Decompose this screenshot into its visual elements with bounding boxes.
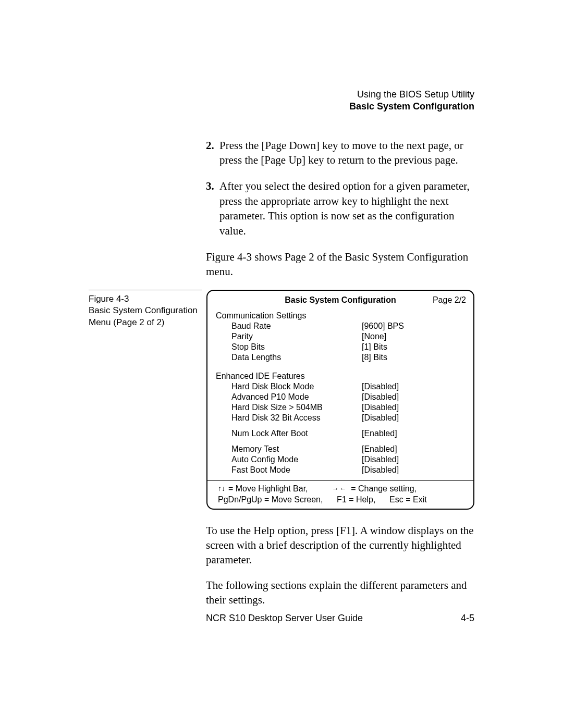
param-label: Auto Config Mode xyxy=(216,454,362,465)
bios-title: Basic System Configuration xyxy=(285,295,396,304)
footer-page-number: 4-5 xyxy=(461,613,474,624)
param-value: [Disabled] xyxy=(362,392,399,402)
param-row: Data Lengths[8] Bits xyxy=(216,352,465,363)
bios-title-bar: Basic System Configuration Page 2/2 xyxy=(215,295,466,305)
figure-title: Basic System Configuration Menu (Page 2 … xyxy=(89,305,202,329)
left-right-arrow-icon: → ← xyxy=(332,485,346,492)
step-number: 3. xyxy=(206,179,219,238)
step-text: After you select the desired option for … xyxy=(219,179,474,238)
divider xyxy=(207,480,473,481)
param-value: [Disabled] xyxy=(362,381,399,392)
param-label: Baud Rate xyxy=(216,321,362,331)
param-row: Memory Test[Enabled] xyxy=(216,444,465,454)
section-heading: Enhanced IDE Features xyxy=(216,371,465,381)
param-label: Parity xyxy=(216,331,362,342)
param-label: Hard Disk 32 Bit Access xyxy=(216,413,362,423)
figure-caption: Figure 4-3 Basic System Configuration Me… xyxy=(89,290,202,329)
param-row: Hard Disk 32 Bit Access[Disabled] xyxy=(216,413,465,423)
param-value: [Disabled] xyxy=(362,402,399,413)
param-row: Num Lock After Boot[Enabled] xyxy=(216,428,465,439)
param-label: Memory Test xyxy=(216,444,362,454)
header-section: Basic System Configuration xyxy=(89,101,474,113)
bios-screen: Basic System Configuration Page 2/2 Comm… xyxy=(206,290,474,510)
param-row: Fast Boot Mode[Disabled] xyxy=(216,465,465,475)
param-label: Hard Disk Block Mode xyxy=(216,381,362,392)
legend-move: = Move Highlight Bar, xyxy=(228,483,308,495)
legend-change: = Change setting, xyxy=(351,483,417,495)
help-paragraph: To use the Help option, press [F1]. A wi… xyxy=(206,523,474,567)
section-ide: Enhanced IDE Features Hard Disk Block Mo… xyxy=(216,371,465,475)
param-value: [Disabled] xyxy=(362,413,399,423)
running-header: Using the BIOS Setup Utility Basic Syste… xyxy=(89,89,474,113)
param-label: Data Lengths xyxy=(216,352,362,363)
param-row: Advanced P10 Mode[Disabled] xyxy=(216,392,465,402)
param-value: [Enabled] xyxy=(362,428,397,439)
section-comm: Communication Settings Baud Rate[9600] B… xyxy=(216,311,465,363)
param-row: Stop Bits[1] Bits xyxy=(216,342,465,352)
following-paragraph: The following sections explain the diffe… xyxy=(206,578,474,608)
param-label: Fast Boot Mode xyxy=(216,465,362,475)
param-label: Advanced P10 Mode xyxy=(216,392,362,402)
after-figure: To use the Help option, press [F1]. A wi… xyxy=(206,523,474,608)
param-value: [1] Bits xyxy=(362,342,387,352)
bios-page-indicator: Page 2/2 xyxy=(433,295,466,305)
param-label: Stop Bits xyxy=(216,342,362,352)
page: Using the BIOS Setup Utility Basic Syste… xyxy=(0,0,563,728)
param-row: Parity[None] xyxy=(216,331,465,342)
param-value: [8] Bits xyxy=(362,352,387,363)
section-heading: Communication Settings xyxy=(216,311,465,321)
param-value: [9600] BPS xyxy=(362,321,404,331)
param-label: Hard Disk Size > 504MB xyxy=(216,402,362,413)
param-value: [Disabled] xyxy=(362,465,399,475)
step-text: Press the [Page Down] key to move to the… xyxy=(219,138,474,168)
footer-title: NCR S10 Desktop Server User Guide xyxy=(206,613,363,624)
param-row: Hard Disk Block Mode[Disabled] xyxy=(216,381,465,392)
param-row: Baud Rate[9600] BPS xyxy=(216,321,465,331)
bios-legend: ↑↓ = Move Highlight Bar, → ← = Change se… xyxy=(215,483,466,505)
legend-pgdn: PgDn/PgUp = Move Screen, xyxy=(218,495,323,504)
page-footer: NCR S10 Desktop Server User Guide 4-5 xyxy=(206,613,474,624)
param-value: [Disabled] xyxy=(362,454,399,465)
param-value: [Enabled] xyxy=(362,444,397,454)
param-value: [None] xyxy=(362,331,386,342)
header-chapter: Using the BIOS Setup Utility xyxy=(89,89,474,101)
main-column: 2. Press the [Page Down] key to move to … xyxy=(206,138,474,279)
figure-row: Figure 4-3 Basic System Configuration Me… xyxy=(89,290,474,510)
legend-exit: Esc = Exit xyxy=(389,495,427,504)
param-label: Num Lock After Boot xyxy=(216,428,362,439)
step-2: 2. Press the [Page Down] key to move to … xyxy=(206,138,474,168)
step-number: 2. xyxy=(206,138,219,168)
figure-intro: Figure 4-3 shows Page 2 of the Basic Sys… xyxy=(206,250,474,279)
figure-number: Figure 4-3 xyxy=(89,293,202,305)
step-3: 3. After you select the desired option f… xyxy=(206,179,474,238)
param-row: Hard Disk Size > 504MB[Disabled] xyxy=(216,402,465,413)
param-row: Auto Config Mode[Disabled] xyxy=(216,454,465,465)
up-down-arrow-icon: ↑↓ xyxy=(218,485,225,492)
bios-body: Communication Settings Baud Rate[9600] B… xyxy=(215,311,466,477)
legend-help: F1 = Help, xyxy=(337,495,375,504)
